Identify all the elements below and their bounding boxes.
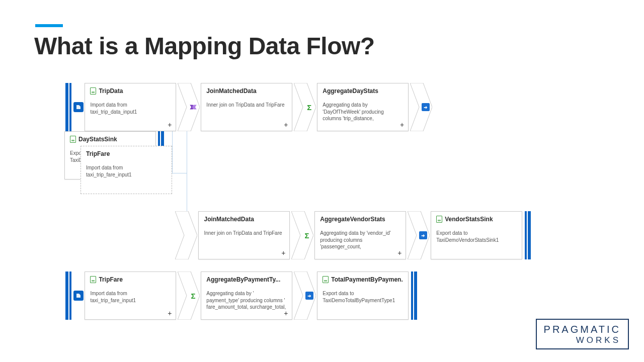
- add-step-button[interactable]: +: [168, 309, 172, 317]
- aggregate-icon: Σ: [304, 102, 314, 112]
- node-desc: Inner join on TripData and TripFare: [204, 230, 284, 237]
- pragmatic-works-logo: PRAGMATIC WORKS: [536, 319, 629, 349]
- dataset-icon: [70, 136, 76, 143]
- node-totalpaymentbypaymenttype[interactable]: TotalPaymentByPaymen... Export data to T…: [317, 272, 409, 320]
- node-title: AggregateVendorStats: [320, 216, 385, 223]
- node-desc: Import data from taxi_trip_fare_input1: [86, 164, 167, 178]
- add-step-button[interactable]: +: [281, 249, 285, 257]
- dataflow-canvas: TripData Import data from taxi_trip_data…: [65, 83, 508, 354]
- accent-bar: [35, 24, 63, 27]
- connector-chevron: [408, 211, 430, 259]
- connector-chevron: [178, 83, 200, 131]
- node-desc: Aggregating data by 'vendor_id' producin…: [320, 230, 400, 251]
- node-desc: Export data to TaxiDemoTotalByPaymentTyp…: [323, 290, 403, 304]
- node-aggregatedaystats[interactable]: AggregateDayStats Aggregating data by 'D…: [317, 83, 409, 131]
- node-title: TripData: [99, 87, 123, 95]
- node-desc: Aggregating data by ' payment_type' prod…: [206, 290, 287, 311]
- node-aggregatebypaymenttype[interactable]: AggregateByPaymentTy... Aggregating data…: [201, 272, 292, 320]
- node-aggregatevendorstats[interactable]: AggregateVendorStats Aggregating data by…: [314, 211, 406, 259]
- node-title: TotalPaymentByPaymen...: [331, 276, 403, 283]
- node-joinmatcheddata[interactable]: JoinMatchedData Inner join on TripData a…: [201, 83, 292, 131]
- dataset-icon: [323, 276, 329, 283]
- node-desc: Import data from taxi_trip_data_input1: [90, 102, 171, 115]
- source-handle-tripdata[interactable]: [65, 83, 84, 131]
- connector-chevron: Σ: [294, 83, 316, 131]
- node-title: JoinMatchedData: [204, 216, 254, 223]
- node-vendorstatssink[interactable]: VendorStatsSink Export data to TaxiDemoV…: [431, 211, 522, 259]
- node-title: DayStatsSink: [78, 136, 117, 143]
- flow-row-3: TripFare Import data from taxi_trip_fare…: [65, 272, 508, 322]
- sink-handle-vendorstats: [524, 211, 531, 259]
- connector-chevron: [294, 272, 316, 320]
- node-title: VendorStatsSink: [445, 216, 493, 223]
- aggregate-icon: Σ: [302, 230, 312, 240]
- add-step-button[interactable]: +: [284, 121, 288, 129]
- svg-marker-3: [175, 211, 197, 259]
- node-title: AggregateByPaymentTy...: [206, 276, 280, 283]
- sink-handle-totalpayment: [410, 272, 417, 320]
- sink-icon: [421, 102, 431, 112]
- dataset-icon: [436, 216, 442, 223]
- add-step-button[interactable]: +: [397, 249, 401, 257]
- add-step-button[interactable]: +: [168, 121, 172, 129]
- dataset-icon: [90, 276, 96, 283]
- join-icon: [188, 102, 198, 112]
- source-handle-tripfare[interactable]: [65, 272, 84, 320]
- node-title: TripFare: [99, 276, 122, 283]
- node-joinmatcheddata-2[interactable]: JoinMatchedData Inner join on TripData a…: [198, 211, 290, 259]
- logo-line2: WORKS: [544, 335, 621, 345]
- source-icon: [75, 104, 82, 110]
- connector-chevron: Σ: [291, 211, 313, 259]
- node-desc: Inner join on TripData and TripFare: [206, 102, 287, 109]
- node-title: AggregateDayStats: [323, 87, 378, 95]
- node-desc: Aggregating data by 'DayOfTheWeek' produ…: [323, 102, 403, 123]
- logo-line1: PRAGMATIC: [544, 324, 621, 335]
- add-step-button[interactable]: +: [400, 121, 404, 129]
- node-title: TripFare: [86, 150, 110, 157]
- node-tripdata[interactable]: TripData Import data from taxi_trip_data…: [85, 83, 176, 131]
- add-step-button[interactable]: +: [284, 309, 288, 317]
- connector-chevron: Σ: [178, 272, 200, 320]
- node-tripfare-secondary[interactable]: TripFare Import data from taxi_trip_fare…: [80, 146, 172, 194]
- node-title: JoinMatchedData: [206, 87, 256, 95]
- node-desc: Import data from taxi_trip_fare_input1: [90, 290, 171, 304]
- aggregate-icon: Σ: [188, 291, 198, 301]
- node-desc: Export data to TaxiDemoVendorStatsSink1: [436, 230, 517, 243]
- source-icon: [75, 293, 82, 299]
- dataset-icon: [90, 87, 96, 95]
- flow-row-1: TripData Import data from taxi_trip_data…: [65, 83, 508, 133]
- sink-icon: [418, 230, 428, 240]
- connector-chevron: [175, 211, 197, 259]
- page-title: What is a Mapping Data Flow?: [34, 32, 375, 60]
- flow-row-secondary-source: TripFare Import data from taxi_trip_fare…: [82, 146, 524, 196]
- flow-row-branch2: JoinMatchedData Inner join on TripData a…: [175, 211, 618, 261]
- connector-chevron: [410, 83, 432, 131]
- sink-icon: [304, 291, 314, 301]
- node-tripfare-source[interactable]: TripFare Import data from taxi_trip_fare…: [85, 272, 176, 320]
